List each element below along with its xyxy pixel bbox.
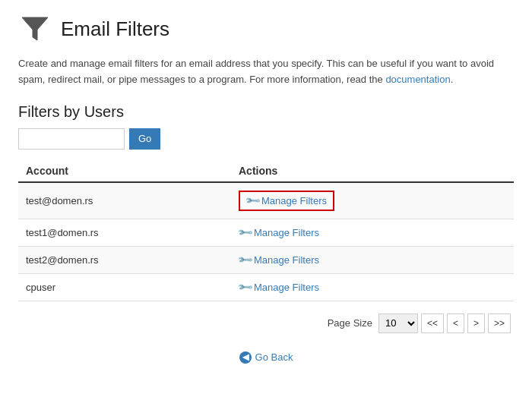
manage-filters-link[interactable]: 🔧Manage Filters bbox=[239, 254, 319, 266]
wrench-icon: 🔧 bbox=[236, 279, 253, 295]
page-size-select[interactable]: 102550100 bbox=[378, 314, 418, 333]
page-size-label: Page Size bbox=[328, 317, 372, 329]
manage-filters-label: Manage Filters bbox=[261, 195, 327, 206]
prev-page-button[interactable]: < bbox=[447, 314, 464, 333]
table-row: test@domen.rs🔧Manage Filters bbox=[18, 182, 514, 219]
last-page-button[interactable]: >> bbox=[488, 314, 511, 333]
email-filters-icon bbox=[18, 12, 52, 46]
next-page-button[interactable]: > bbox=[467, 314, 485, 333]
table-row: test2@domen.rs🔧Manage Filters bbox=[18, 246, 514, 273]
table-row: cpuser🔧Manage Filters bbox=[18, 273, 514, 301]
go-back-link[interactable]: ◀ Go Back bbox=[239, 351, 293, 364]
action-cell: 🔧Manage Filters bbox=[231, 273, 514, 301]
filters-table: Account Actions test@domen.rs🔧Manage Fil… bbox=[18, 160, 514, 301]
manage-filters-link[interactable]: 🔧Manage Filters bbox=[239, 227, 319, 238]
search-input[interactable] bbox=[18, 128, 125, 150]
go-back-label: Go Back bbox=[255, 351, 293, 363]
manage-filters-label: Manage Filters bbox=[254, 282, 319, 293]
manage-filters-link[interactable]: 🔧Manage Filters bbox=[239, 282, 319, 293]
go-back-row: ◀ Go Back bbox=[18, 351, 514, 364]
col-header-account: Account bbox=[18, 160, 231, 182]
account-cell: test@domen.rs bbox=[18, 182, 231, 219]
action-cell: 🔧Manage Filters bbox=[231, 219, 514, 246]
first-page-button[interactable]: << bbox=[421, 314, 444, 333]
section-title: Filters by Users bbox=[18, 103, 514, 121]
manage-filters-label: Manage Filters bbox=[254, 254, 319, 266]
wrench-icon: 🔧 bbox=[244, 192, 261, 209]
manage-filters-label: Manage Filters bbox=[254, 227, 319, 238]
svg-marker-0 bbox=[22, 17, 48, 40]
table-row: test1@domen.rs🔧Manage Filters bbox=[18, 219, 514, 246]
action-cell: 🔧Manage Filters bbox=[231, 246, 514, 273]
pagination-row: Page Size 102550100 << < > >> bbox=[18, 314, 514, 333]
documentation-link[interactable]: documentation bbox=[385, 74, 450, 85]
action-cell: 🔧Manage Filters bbox=[231, 182, 514, 219]
page-header: Email Filters bbox=[18, 12, 514, 46]
page-title: Email Filters bbox=[61, 17, 169, 41]
col-header-actions: Actions bbox=[231, 160, 514, 182]
manage-filters-link[interactable]: 🔧Manage Filters bbox=[239, 191, 334, 211]
account-cell: test2@domen.rs bbox=[18, 246, 231, 273]
wrench-icon: 🔧 bbox=[236, 251, 253, 268]
account-cell: test1@domen.rs bbox=[18, 219, 231, 246]
account-cell: cpuser bbox=[18, 273, 231, 301]
description-text: Create and manage email filters for an e… bbox=[18, 56, 512, 88]
wrench-icon: 🔧 bbox=[236, 224, 253, 241]
go-button[interactable]: Go bbox=[129, 128, 160, 150]
go-back-icon: ◀ bbox=[239, 351, 252, 364]
search-row: Go bbox=[18, 128, 514, 150]
